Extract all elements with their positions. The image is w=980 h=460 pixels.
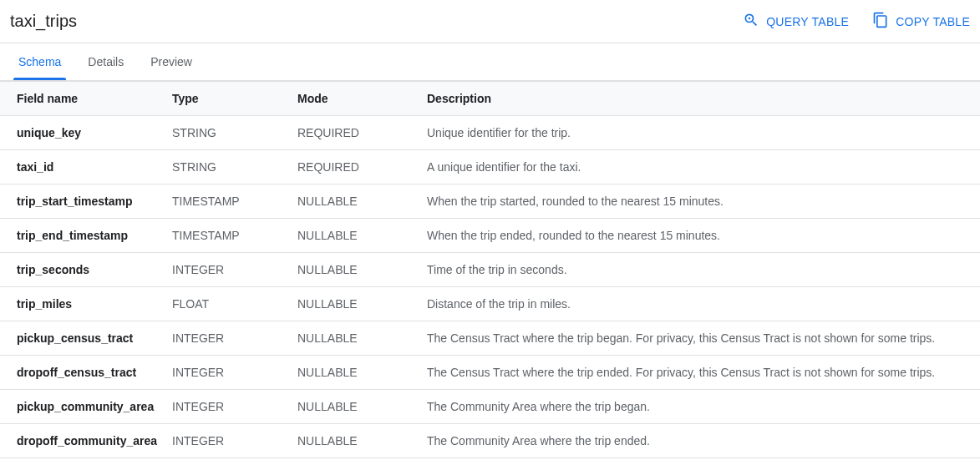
- field-description-cell: The Community Area where the trip ended.: [420, 424, 980, 458]
- field-name-cell: dropoff_census_tract: [0, 356, 165, 390]
- copy-icon: [872, 12, 889, 31]
- header-field-name: Field name: [0, 82, 165, 116]
- field-type-cell: INTEGER: [165, 253, 291, 287]
- schema-table: Field name Type Mode Description unique_…: [0, 81, 980, 458]
- table-row: trip_start_timestampTIMESTAMPNULLABLEWhe…: [0, 185, 980, 219]
- table-row: unique_keySTRINGREQUIREDUnique identifie…: [0, 116, 980, 150]
- field-mode-cell: REQUIRED: [291, 116, 420, 150]
- tab-schema[interactable]: Schema: [5, 43, 74, 80]
- page-title: taxi_trips: [10, 12, 77, 31]
- field-name-cell: dropoff_community_area: [0, 424, 165, 458]
- field-name-cell: trip_start_timestamp: [0, 185, 165, 219]
- field-name-cell: trip_seconds: [0, 253, 165, 287]
- field-name-cell: trip_miles: [0, 287, 165, 321]
- table-row: trip_end_timestampTIMESTAMPNULLABLEWhen …: [0, 219, 980, 253]
- table-row: dropoff_community_areaINTEGERNULLABLEThe…: [0, 424, 980, 458]
- query-icon: [743, 12, 759, 31]
- field-type-cell: INTEGER: [165, 390, 291, 424]
- field-description-cell: The Census Tract where the trip began. F…: [420, 321, 980, 356]
- field-mode-cell: NULLABLE: [291, 424, 420, 458]
- field-name-cell: taxi_id: [0, 150, 165, 185]
- header-mode: Mode: [291, 82, 420, 116]
- field-mode-cell: NULLABLE: [291, 185, 420, 219]
- field-mode-cell: REQUIRED: [291, 150, 420, 185]
- field-type-cell: INTEGER: [165, 321, 291, 356]
- field-mode-cell: NULLABLE: [291, 219, 420, 253]
- query-table-label: QUERY TABLE: [766, 15, 849, 28]
- field-name-cell: pickup_community_area: [0, 390, 165, 424]
- tab-label: Schema: [18, 55, 61, 68]
- field-type-cell: FLOAT: [165, 287, 291, 321]
- tab-label: Preview: [150, 55, 192, 68]
- table-row: dropoff_census_tractINTEGERNULLABLEThe C…: [0, 356, 980, 390]
- table-header-row: Field name Type Mode Description: [0, 82, 980, 116]
- field-mode-cell: NULLABLE: [291, 390, 420, 424]
- field-type-cell: INTEGER: [165, 424, 291, 458]
- field-name-cell: trip_end_timestamp: [0, 219, 165, 253]
- field-description-cell: A unique identifier for the taxi.: [420, 150, 980, 185]
- svg-point-0: [749, 18, 751, 20]
- query-table-button[interactable]: QUERY TABLE: [743, 8, 849, 34]
- field-type-cell: STRING: [165, 116, 291, 150]
- copy-table-label: COPY TABLE: [896, 15, 970, 28]
- page-header: taxi_trips QUERY TABLE COPY TABLE: [0, 0, 980, 43]
- field-mode-cell: NULLABLE: [291, 287, 420, 321]
- table-row: trip_secondsINTEGERNULLABLETime of the t…: [0, 253, 980, 287]
- table-row: trip_milesFLOATNULLABLEDistance of the t…: [0, 287, 980, 321]
- table-row: taxi_idSTRINGREQUIREDA unique identifier…: [0, 150, 980, 185]
- header-type: Type: [165, 82, 291, 116]
- field-description-cell: When the trip started, rounded to the ne…: [420, 185, 980, 219]
- field-description-cell: Time of the trip in seconds.: [420, 253, 980, 287]
- field-type-cell: STRING: [165, 150, 291, 185]
- tab-label: Details: [88, 55, 124, 68]
- header-description: Description: [420, 82, 980, 116]
- header-actions: QUERY TABLE COPY TABLE: [743, 8, 970, 34]
- field-description-cell: Distance of the trip in miles.: [420, 287, 980, 321]
- tab-preview[interactable]: Preview: [137, 43, 206, 80]
- field-name-cell: unique_key: [0, 116, 165, 150]
- copy-table-button[interactable]: COPY TABLE: [872, 8, 970, 34]
- field-type-cell: INTEGER: [165, 356, 291, 390]
- field-description-cell: Unique identifier for the trip.: [420, 116, 980, 150]
- field-type-cell: TIMESTAMP: [165, 185, 291, 219]
- tabs: Schema Details Preview: [0, 43, 980, 81]
- field-mode-cell: NULLABLE: [291, 321, 420, 356]
- field-mode-cell: NULLABLE: [291, 253, 420, 287]
- field-mode-cell: NULLABLE: [291, 356, 420, 390]
- field-description-cell: The Community Area where the trip began.: [420, 390, 980, 424]
- tab-details[interactable]: Details: [74, 43, 137, 80]
- table-row: pickup_community_areaINTEGERNULLABLEThe …: [0, 390, 980, 424]
- field-type-cell: TIMESTAMP: [165, 219, 291, 253]
- table-row: pickup_census_tractINTEGERNULLABLEThe Ce…: [0, 321, 980, 356]
- field-description-cell: When the trip ended, rounded to the near…: [420, 219, 980, 253]
- field-name-cell: pickup_census_tract: [0, 321, 165, 356]
- field-description-cell: The Census Tract where the trip ended. F…: [420, 356, 980, 390]
